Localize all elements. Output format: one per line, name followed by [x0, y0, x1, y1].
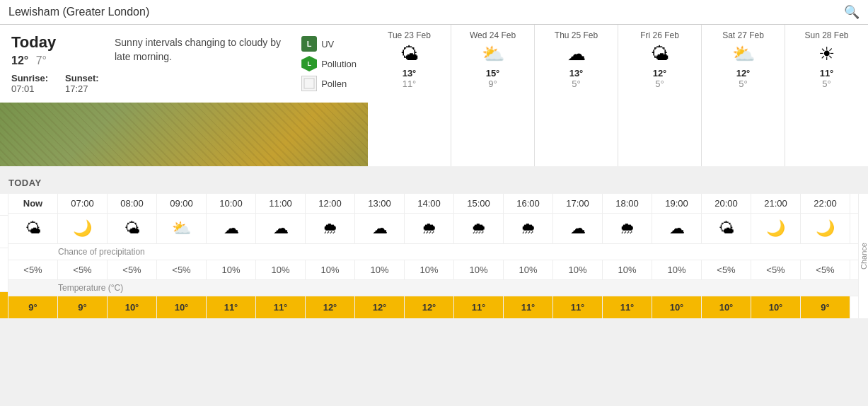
forecast-temps-2: 13° 5° — [539, 68, 613, 89]
time-now: Now — [8, 194, 58, 213]
weather-icon-0: 🌤 — [8, 214, 58, 243]
temp-10: 11° — [504, 296, 553, 318]
chance-label-column: Chance — [858, 194, 868, 318]
forecast-date-1: Wed 24 Feb — [456, 30, 530, 40]
chance-label: Chance — [860, 243, 868, 269]
temp-6: 12° — [306, 296, 355, 318]
forecast-day-5[interactable]: Sun 28 Feb ☀ 11° 5° — [785, 25, 868, 166]
forecast-day-3[interactable]: Fri 26 Feb 🌤 12° 5° — [618, 25, 701, 166]
today-high: 12° — [11, 54, 28, 66]
forecast-date-2: Thu 25 Feb — [539, 30, 613, 40]
precip-13: 10% — [652, 260, 702, 279]
forecast-day-2[interactable]: Thu 25 Feb ☁ 13° 5° — [534, 25, 618, 166]
today-title: Today — [11, 33, 103, 52]
today-left: Today 12° 7° Sunrise: 07:01 Sunset: 17:2… — [11, 33, 103, 94]
precip-6: 10% — [306, 260, 355, 279]
today-indicators: L UV L Pollution Pollen — [301, 33, 357, 91]
temp-8: 12° — [405, 296, 454, 318]
uv-label: UV — [321, 39, 334, 50]
sunset-label: Sunset: — [65, 73, 99, 83]
time-row: Now 07:00 08:00 09:00 10:00 11:00 12:00 … — [8, 194, 858, 214]
weather-icon-8: 🌧 — [405, 214, 454, 243]
forecast-icon-1: ⛅ — [456, 43, 530, 65]
today-description: Sunny intervals changing to cloudy by la… — [115, 33, 290, 64]
precip-5: 10% — [256, 260, 306, 279]
hourly-scroll[interactable]: Now 07:00 08:00 09:00 10:00 11:00 12:00 … — [8, 194, 858, 318]
weather-icon-10: 🌧 — [504, 214, 553, 243]
forecast-high-3: 12° — [653, 68, 667, 79]
temp-16: 9° — [801, 296, 850, 318]
hourly-section-label: TODAY — [8, 178, 42, 188]
forecast-temps-0: 13° 11° — [372, 68, 446, 89]
time-1: 07:00 — [58, 194, 108, 213]
forecast-temps-1: 15° 9° — [456, 68, 530, 89]
forecast-low-4: 5° — [739, 79, 747, 89]
weather-icon-5: ☁ — [256, 214, 306, 243]
forecast-temps-5: 11° 5° — [789, 68, 864, 89]
weather-icon-15: 🌙 — [751, 214, 801, 243]
forecast-low-1: 9° — [488, 79, 497, 89]
pollen-label: Pollen — [321, 79, 347, 89]
temp-7: 12° — [355, 296, 405, 318]
search-button[interactable]: 🔍 — [844, 4, 860, 20]
forecast-date-3: Fri 26 Feb — [623, 30, 697, 40]
temp-label-row: Temperature (°C) — [8, 280, 858, 296]
forecast-date-5: Sun 28 Feb — [789, 30, 864, 40]
time-7: 13:00 — [355, 194, 405, 213]
today-sun-times: Sunrise: 07:01 Sunset: 17:27 — [11, 73, 103, 94]
time-9: 15:00 — [454, 194, 504, 213]
weather-icon-4: ☁ — [207, 214, 256, 243]
temp-13: 10° — [652, 296, 702, 318]
weather-icon-7: ☁ — [355, 214, 405, 243]
temp-9: 11° — [454, 296, 504, 318]
precip-12: 10% — [603, 260, 652, 279]
temp-label-text: Temperature (°C) — [58, 280, 123, 296]
forecast-temps-4: 12° 5° — [706, 68, 780, 89]
precip-14: <5% — [702, 260, 751, 279]
label-column — [0, 194, 8, 318]
hourly-header: TODAY — [0, 172, 868, 194]
sunrise-time: 07:01 — [11, 83, 48, 94]
time-10: 16:00 — [504, 194, 553, 213]
time-16: 22:00 — [801, 194, 850, 213]
search-input[interactable] — [8, 6, 838, 18]
forecast-high-5: 11° — [820, 68, 834, 79]
precip-label-text: Chance of precipitation — [58, 244, 145, 260]
time-4: 10:00 — [207, 194, 256, 213]
forecast-date-0: Tue 23 Feb — [372, 30, 446, 40]
today-low: 7° — [36, 54, 47, 66]
precip-15: <5% — [751, 260, 801, 279]
forecast-icon-0: 🌤 — [372, 43, 446, 65]
pollution-indicator[interactable]: L Pollution — [301, 56, 357, 71]
weather-icon-16: 🌙 — [801, 214, 850, 243]
sunrise-info: Sunrise: 07:01 — [11, 73, 48, 94]
uv-indicator[interactable]: L UV — [301, 36, 357, 52]
time-13: 19:00 — [652, 194, 702, 213]
svg-rect-0 — [304, 79, 314, 88]
precip-11: 10% — [553, 260, 603, 279]
search-bar: 🔍 — [0, 0, 868, 25]
temp-4: 11° — [207, 296, 256, 318]
forecast-day-4[interactable]: Sat 27 Feb ⛅ 12° 5° — [701, 25, 785, 166]
pollen-badge — [301, 76, 317, 91]
precip-3: <5% — [157, 260, 207, 279]
weather-icon-14: 🌤 — [702, 214, 751, 243]
pollen-indicator[interactable]: Pollen — [301, 76, 357, 91]
uv-badge: L — [301, 36, 317, 52]
time-3: 09:00 — [157, 194, 207, 213]
forecast-day-1[interactable]: Wed 24 Feb ⛅ 15° 9° — [451, 25, 534, 166]
sunrise-label: Sunrise: — [11, 73, 48, 83]
precip-2: <5% — [108, 260, 157, 279]
forecast-day-0[interactable]: Tue 23 Feb 🌤 13° 11° — [368, 25, 451, 166]
time-11: 17:00 — [553, 194, 603, 213]
forecast-low-3: 5° — [655, 79, 664, 89]
precip-7: 10% — [355, 260, 405, 279]
temp-14: 10° — [702, 296, 751, 318]
precip-16: <5% — [801, 260, 850, 279]
temp-3: 10° — [157, 296, 207, 318]
today-card: Today 12° 7° Sunrise: 07:01 Sunset: 17:2… — [0, 25, 368, 103]
forecast-icon-4: ⛅ — [706, 43, 780, 65]
forecast-high-1: 15° — [486, 68, 500, 79]
weather-icon-1: 🌙 — [58, 214, 108, 243]
temp-0: 9° — [8, 296, 58, 318]
